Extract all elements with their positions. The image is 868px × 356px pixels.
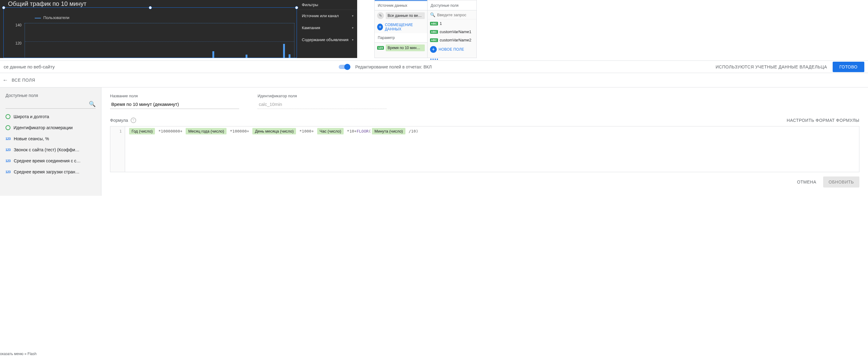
filter-campaign[interactable]: Кампания▾: [298, 22, 357, 34]
token-year[interactable]: Год (число): [129, 128, 155, 134]
owner-credentials-label: ИСПОЛЬЗУЮТСЯ УЧЕТНЫЕ ДАННЫЕ ВЛАДЕЛЬЦА: [716, 65, 827, 69]
chart-title: Общий трафик по 10 минут: [8, 0, 86, 7]
available-fields-heading: Доступные поля: [428, 0, 476, 10]
search-icon: 🔍: [430, 12, 435, 17]
filters-panel: Фильтры Источник или канал▾ Кампания▾ Со…: [298, 0, 357, 58]
toggle-label: Редактирование полей в отчетах: ВКЛ: [355, 65, 432, 69]
help-icon[interactable]: ?: [131, 117, 136, 123]
field-list-item[interactable]: 123Новые сеансы, %: [0, 133, 101, 144]
number-type-icon: 123: [5, 148, 11, 152]
field-name-label: Название поля: [110, 94, 239, 98]
drag-handle[interactable]: [0, 58, 868, 61]
field-list-item[interactable]: Широта и долгота: [0, 111, 101, 122]
token-month[interactable]: Месяц года (число): [186, 128, 226, 134]
field-list-item[interactable]: 123Среднее время соединения с с…: [0, 155, 101, 166]
chevron-down-icon: ▾: [352, 26, 353, 30]
update-button[interactable]: ОБНОВИТЬ: [823, 176, 859, 187]
data-source-name: се данные по веб-сайту: [4, 64, 55, 69]
format-formula-link[interactable]: НАСТРОИТЬ ФОРМАТ ФОРМУЛЫ: [787, 118, 859, 123]
new-field-button[interactable]: +: [430, 46, 437, 53]
field-name-input[interactable]: [110, 100, 239, 109]
filter-ad-content[interactable]: Содержание объявления▾: [298, 34, 357, 46]
edit-fields-toggle[interactable]: [339, 65, 350, 69]
search-icon[interactable]: 🔍: [89, 101, 96, 107]
chart-area[interactable]: Общий трафик по 10 минут Пользователи 14…: [0, 0, 298, 58]
field-item[interactable]: ABC1: [428, 19, 476, 28]
chevron-down-icon: ▾: [352, 14, 353, 17]
data-source-chip[interactable]: Все данные по ве…: [386, 12, 425, 19]
field-list-item[interactable]: 123Звонок с сайта (тест) (Коэффи…: [0, 144, 101, 155]
blend-data-button[interactable]: +: [377, 24, 383, 30]
new-field-label[interactable]: НОВОЕ ПОЛЕ: [439, 47, 464, 51]
chevron-down-icon: ▾: [352, 38, 353, 41]
globe-icon: [5, 125, 10, 130]
selection-handle-tl[interactable]: [2, 6, 5, 9]
sidebar-title: Доступные поля: [0, 87, 101, 100]
blend-data-label[interactable]: СОВМЕЩЕНИЕ ДАННЫХ: [385, 23, 425, 31]
cancel-button[interactable]: ОТМЕНА: [797, 180, 816, 184]
number-type-icon: 123: [377, 46, 384, 50]
available-fields-panel: Доступные поля 🔍 ABC1 ABCcustomVarName1 …: [428, 0, 477, 58]
param-heading: Параметр: [375, 33, 427, 43]
formula-label: Формула: [110, 118, 128, 123]
token-floor-fn: FLOOR: [356, 129, 369, 134]
dimension-chip[interactable]: Время по 10 мин…: [386, 44, 425, 51]
token-day[interactable]: День месяца (число): [252, 128, 296, 134]
data-source-panel: Источник данных ✎ Все данные по ве… + СО…: [374, 0, 428, 58]
selection-handle-tc[interactable]: [149, 6, 152, 9]
globe-icon: [5, 114, 10, 119]
number-type-icon: 123: [5, 137, 11, 141]
field-id-label: Идентификатор поля: [257, 94, 387, 98]
formula-editor[interactable]: 1 Год (число) *10000000+ Месяц года (чис…: [110, 126, 859, 172]
token-hour[interactable]: Час (число): [317, 128, 344, 134]
text-type-icon: ABC: [430, 22, 438, 26]
edit-data-source-icon[interactable]: ✎: [377, 12, 384, 19]
filter-source[interactable]: Источник или канал▾: [298, 10, 357, 22]
all-fields-link[interactable]: ВСЕ ПОЛЯ: [12, 78, 35, 82]
filters-title: Фильтры: [298, 0, 357, 9]
number-type-icon: 123: [5, 170, 11, 174]
back-arrow-icon[interactable]: ←: [2, 77, 8, 83]
field-item[interactable]: ABCcustomVarName2: [428, 36, 476, 44]
fields-sidebar: Доступные поля 🔍 Широта и долгота Иденти…: [0, 87, 101, 196]
data-source-heading: Источник данных: [375, 0, 427, 10]
token-minute[interactable]: Минута (число): [372, 128, 405, 134]
line-number: 1: [110, 127, 125, 172]
field-id-input: [257, 100, 387, 109]
done-button[interactable]: ГОТОВО: [833, 62, 864, 72]
number-type-icon: 123: [5, 159, 11, 163]
field-list-item[interactable]: Идентификатор агломерации: [0, 122, 101, 133]
text-type-icon: ABC: [430, 38, 438, 42]
text-type-icon: ABC: [430, 30, 438, 34]
field-item[interactable]: ABCcustomVarName1: [428, 28, 476, 36]
field-list-item[interactable]: 123Среднее время загрузки стран…: [0, 166, 101, 177]
search-fields-input[interactable]: [437, 12, 474, 17]
selection-handle-tr[interactable]: [295, 6, 298, 9]
sidebar-search-input[interactable]: [5, 100, 89, 108]
